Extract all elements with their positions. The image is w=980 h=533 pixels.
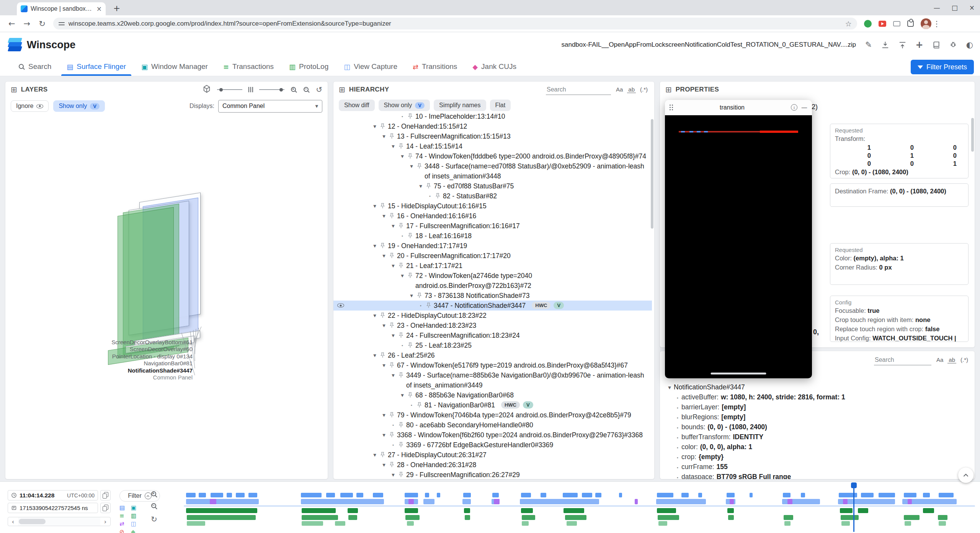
expand-arrow-icon[interactable]: ▾ bbox=[398, 151, 407, 161]
timeline-scrollbar[interactable] bbox=[18, 517, 100, 526]
tab-view-capture[interactable]: ◫View Capture bbox=[336, 57, 405, 76]
transition-overlay-window[interactable]: transition i — bbox=[665, 100, 812, 378]
curr-property-row[interactable]: •currFrame:155 bbox=[665, 463, 972, 473]
track-row-2-alt[interactable] bbox=[908, 499, 911, 504]
track-row-4[interactable] bbox=[187, 515, 256, 520]
visibility-eye-icon[interactable] bbox=[337, 303, 344, 307]
track-row-4[interactable] bbox=[348, 515, 357, 520]
pin-icon[interactable] bbox=[389, 460, 397, 468]
pin-icon[interactable] bbox=[398, 330, 406, 338]
address-bar[interactable]: winscope.teams.x20web.corp.google.com/pr… bbox=[53, 18, 857, 29]
track-row-2-alt[interactable] bbox=[210, 499, 216, 504]
timeline-zoom-out-icon[interactable]: − bbox=[151, 503, 157, 509]
expand-arrow-icon[interactable]: ▾ bbox=[379, 131, 389, 141]
curr-property-row[interactable]: •bufferTransform:IDENTITY bbox=[665, 433, 972, 443]
protolog-trace-icon[interactable]: ▥ bbox=[131, 512, 142, 520]
tab-search[interactable]: Search bbox=[11, 57, 59, 76]
expand-arrow-icon[interactable]: ▾ bbox=[379, 320, 389, 330]
track-row-4[interactable] bbox=[302, 515, 338, 520]
hierarchy-node[interactable]: ▾17 - FullscreenMagnification:16:16#17 bbox=[333, 221, 652, 231]
expand-arrow-icon[interactable]: ▾ bbox=[370, 241, 379, 251]
track-row-1[interactable] bbox=[356, 493, 364, 497]
track-row-2[interactable] bbox=[520, 499, 599, 504]
track-row-4[interactable] bbox=[904, 515, 920, 520]
track-row-4[interactable] bbox=[784, 515, 793, 520]
track-row-1[interactable] bbox=[521, 493, 531, 497]
pin-icon[interactable] bbox=[407, 340, 415, 348]
expand-arrow-icon[interactable]: ▾ bbox=[379, 211, 389, 221]
track-row-5[interactable] bbox=[939, 521, 946, 526]
pin-icon[interactable] bbox=[407, 271, 415, 279]
timeline-reset-icon[interactable]: ↻ bbox=[151, 515, 157, 524]
pin-icon[interactable] bbox=[416, 400, 425, 408]
minimize-overlay-icon[interactable]: — bbox=[801, 104, 807, 111]
pin-icon[interactable] bbox=[398, 470, 406, 478]
expand-arrow-icon[interactable]: ▾ bbox=[389, 330, 398, 340]
properties-drag-icon[interactable]: ⊞ bbox=[665, 85, 672, 94]
hierarchy-node[interactable]: •18 - Leaf:16:16#18 bbox=[333, 231, 652, 241]
track-row-1[interactable] bbox=[563, 493, 578, 497]
download-icon[interactable] bbox=[881, 41, 889, 49]
3d-view-icon[interactable] bbox=[203, 85, 211, 95]
browser-menu-icon[interactable]: ⋮ bbox=[933, 19, 941, 28]
track-row-1[interactable] bbox=[492, 493, 499, 497]
track-row-1[interactable] bbox=[582, 493, 592, 497]
curr-property-row[interactable]: •color:(0, 0, 0), alpha: 1 bbox=[665, 443, 972, 453]
track-row-2[interactable] bbox=[462, 499, 471, 504]
expand-arrow-icon[interactable]: ▾ bbox=[407, 161, 416, 171]
bookmark-star-icon[interactable]: ☆ bbox=[845, 20, 852, 28]
timeline-cursor-handle[interactable] bbox=[851, 482, 857, 488]
hierarchy-node[interactable]: ▾21 - Leaf:17:17#21 bbox=[333, 261, 652, 271]
shortcuts-cross-icon[interactable]: + bbox=[916, 39, 923, 50]
url-text[interactable]: winscope.teams.x20web.corp.google.com/pr… bbox=[69, 20, 841, 28]
expand-arrow-icon[interactable]: ▾ bbox=[407, 291, 416, 301]
window-manager-trace-icon[interactable]: ▣ bbox=[131, 504, 142, 512]
track-row-1[interactable] bbox=[236, 493, 245, 497]
pin-icon[interactable] bbox=[407, 231, 415, 239]
track-row-2-alt[interactable] bbox=[494, 499, 499, 504]
match-word-toggle[interactable]: ab bbox=[947, 356, 956, 363]
pin-icon[interactable] bbox=[398, 440, 406, 448]
pin-icon[interactable] bbox=[407, 111, 415, 119]
track-row-1[interactable] bbox=[541, 493, 546, 497]
pin-icon[interactable] bbox=[389, 320, 397, 329]
track-row-4[interactable] bbox=[658, 515, 679, 520]
track-row-5[interactable] bbox=[335, 521, 345, 526]
track-row-1[interactable] bbox=[463, 493, 471, 497]
pin-icon[interactable] bbox=[398, 221, 406, 229]
track-row-5[interactable] bbox=[841, 521, 850, 526]
hierarchy-node[interactable]: ▾67 - WindowToken{e5176f9 type=2019 andr… bbox=[333, 360, 652, 370]
track-row-2[interactable] bbox=[186, 499, 259, 504]
tab-protolog[interactable]: ▥ProtoLog bbox=[281, 57, 336, 76]
hierarchy-node[interactable]: ▾29 - FullscreenMagnification:26:27#29 bbox=[333, 470, 652, 479]
track-row-2-alt[interactable] bbox=[635, 499, 638, 504]
extensions-puzzle-icon[interactable] bbox=[907, 20, 914, 27]
pin-icon[interactable] bbox=[398, 370, 406, 378]
timeline-tracks[interactable] bbox=[184, 482, 975, 533]
tab-transactions[interactable]: ≡Transactions bbox=[216, 57, 281, 76]
track-row-4[interactable] bbox=[405, 515, 420, 520]
track-row-1[interactable] bbox=[750, 493, 753, 497]
track-row-4[interactable] bbox=[841, 515, 859, 520]
track-row-1[interactable] bbox=[248, 493, 257, 497]
hierarchy-node[interactable]: ▾3368 - WindowToken{f6b2f60 type=2024 an… bbox=[333, 430, 652, 440]
collapse-timeline-button[interactable] bbox=[958, 468, 973, 483]
timeline-zoom-in-icon[interactable]: + bbox=[151, 491, 157, 497]
tab-surface-flinger[interactable]: ▤Surface Flinger bbox=[59, 57, 134, 76]
track-row-1[interactable] bbox=[783, 493, 791, 497]
show-only-visible-toggle[interactable]: Show only V bbox=[53, 100, 105, 112]
match-case-toggle[interactable]: Aa bbox=[615, 86, 624, 93]
regex-toggle[interactable]: (.*) bbox=[959, 356, 969, 363]
copy-time-button[interactable] bbox=[100, 490, 111, 500]
track-row-1[interactable] bbox=[373, 493, 383, 497]
track-row-5[interactable] bbox=[784, 521, 791, 526]
track-row-4[interactable] bbox=[565, 515, 586, 520]
pin-icon[interactable] bbox=[389, 430, 397, 438]
curr-properties-root[interactable]: ▾NotificationShade#3447 bbox=[665, 383, 972, 393]
hierarchy-node[interactable]: •3369 - 67726bf EdgeBackGestureHandler0#… bbox=[333, 440, 652, 450]
track-row-2-alt[interactable] bbox=[787, 499, 792, 504]
track-row-3[interactable] bbox=[727, 508, 734, 513]
track-row-1[interactable] bbox=[923, 493, 930, 497]
expand-arrow-icon[interactable]: ▾ bbox=[379, 360, 389, 370]
hierarchy-node[interactable]: ▾72 - WindowToken{a2746de type=2040 andr… bbox=[333, 271, 652, 291]
